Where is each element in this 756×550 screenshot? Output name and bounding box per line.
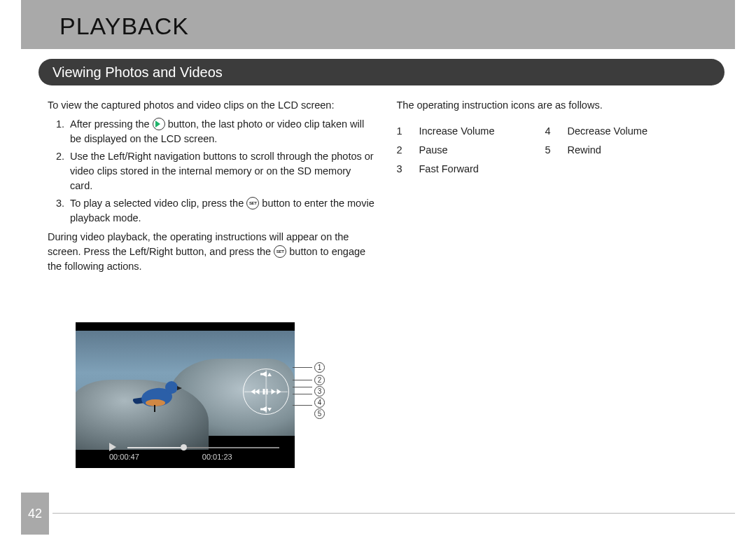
content-columns: To view the captured photos and video cl… [48, 98, 724, 278]
playback-control-ring [243, 369, 289, 415]
pause-icon [263, 389, 268, 394]
set-button-icon: SET [246, 197, 259, 209]
legend-item: 5Rewind [545, 143, 671, 158]
playback-note: During video playback, the operating ins… [48, 230, 376, 274]
section-heading-bar: Viewing Photos and Videos [38, 59, 724, 85]
progress-knob [181, 444, 187, 451]
right-column: The operating instruction icons are as f… [397, 98, 725, 278]
icon-legend: 1Increase Volume 2Pause 3Fast Forward 4D… [397, 124, 725, 181]
set-button-icon: SET [274, 245, 286, 258]
volume-up-icon [260, 371, 272, 377]
legend-item: 4Decrease Volume [545, 124, 671, 139]
step-1: After pressing the button, the last phot… [67, 117, 376, 146]
legend-item: 1Increase Volume [397, 124, 523, 139]
page-number: 42 [21, 493, 49, 535]
legend-item: 2Pause [397, 143, 523, 158]
lcd-figure: 00:00:47 00:01:23 1 2 3 4 5 [76, 322, 330, 468]
steps-list: After pressing the button, the last phot… [48, 117, 376, 226]
fast-forward-icon [272, 389, 276, 394]
intro-text: To view the captured photos and video cl… [48, 98, 376, 113]
footer-rule [52, 513, 735, 514]
chapter-title: PLAYBACK [59, 13, 189, 40]
icon-legend-intro: The operating instruction icons are as f… [397, 98, 725, 113]
step-3: To play a selected video clip, press the… [67, 196, 376, 226]
elapsed-time: 00:00:47 [109, 453, 139, 461]
left-column: To view the captured photos and video cl… [48, 98, 376, 278]
legend-item: 3Fast Forward [397, 162, 523, 177]
step-2: Use the Left/Right navigation buttons to… [67, 149, 376, 193]
bird-illustration [139, 381, 178, 411]
callout-numbers: 1 2 3 4 5 [295, 322, 330, 468]
manual-page: PLAYBACK Viewing Photos and Videos To vi… [0, 0, 756, 550]
section-heading: Viewing Photos and Videos [52, 64, 223, 81]
lcd-screen: 00:00:47 00:01:23 [76, 322, 295, 468]
progress-area: 00:00:47 00:01:23 [84, 440, 286, 461]
volume-down-icon [260, 406, 272, 412]
play-button-icon [153, 118, 165, 130]
progress-bar [127, 447, 279, 448]
photo-area [76, 331, 295, 436]
chapter-title-bar: PLAYBACK [21, 0, 735, 49]
play-indicator-icon [109, 443, 116, 451]
total-time: 00:01:23 [139, 453, 232, 461]
